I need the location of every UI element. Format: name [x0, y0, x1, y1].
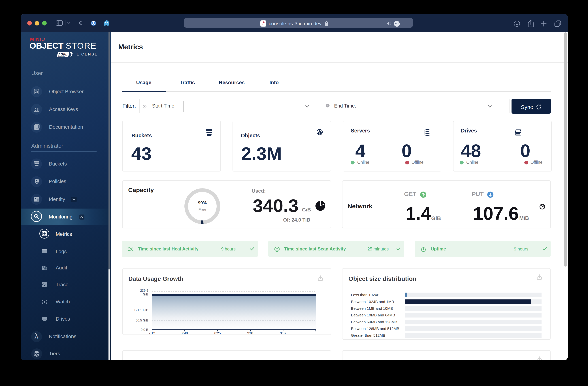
- svg-text:AGPL: AGPL: [58, 53, 67, 56]
- svg-text:Free Software: Free Software: [58, 56, 65, 57]
